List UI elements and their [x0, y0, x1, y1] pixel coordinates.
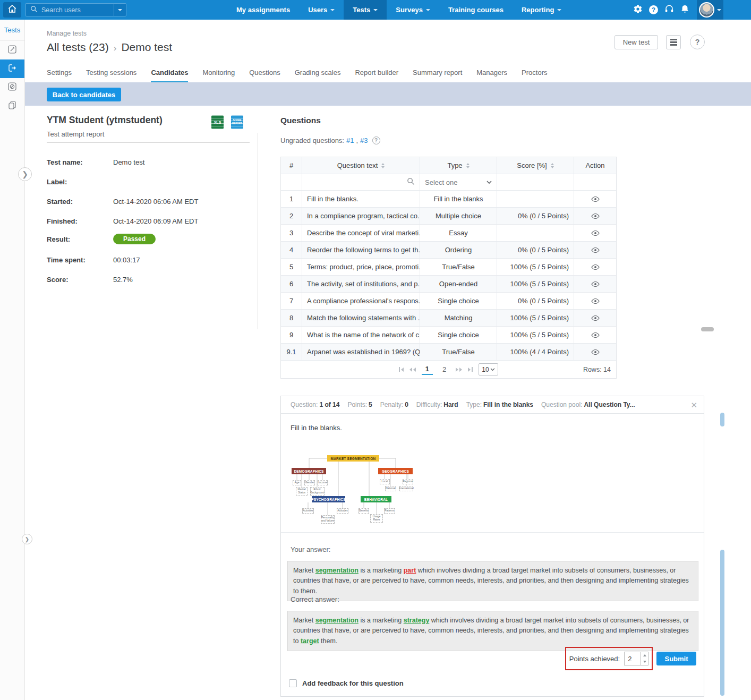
menu-training-courses[interactable]: Training courses [439, 0, 513, 20]
score-report-icon[interactable]: SCORE REPORT [231, 115, 243, 129]
stepper-up-icon[interactable] [641, 652, 648, 659]
view-question-button[interactable] [574, 208, 616, 224]
menu-surveys[interactable]: Surveys [387, 0, 439, 20]
ungraded-link-1[interactable]: #1 [346, 136, 354, 144]
view-question-button[interactable] [574, 344, 616, 360]
table-row[interactable]: 2In a compliance program, tactical co...… [281, 208, 616, 225]
tab-testing-sessions[interactable]: Testing sessions [86, 69, 136, 82]
table-row[interactable]: 1Fill in the blanks.Fill in the blanks [281, 191, 616, 208]
sidebar-item-cancelled[interactable] [0, 78, 24, 97]
type-filter-select[interactable]: Select one [420, 174, 497, 190]
ungraded-link-2[interactable]: #3 [360, 136, 368, 144]
table-row[interactable]: 6The activity, set of institutions, and … [281, 276, 616, 293]
top-navbar: My assignments Users Tests Surveys Train… [0, 0, 751, 20]
menu-my-assignments[interactable]: My assignments [227, 0, 299, 20]
tab-grading-scales[interactable]: Grading scales [295, 69, 341, 82]
eye-icon [591, 315, 600, 321]
close-icon[interactable]: ✕ [690, 400, 697, 410]
view-question-button[interactable] [574, 242, 616, 258]
tab-managers[interactable]: Managers [476, 69, 507, 82]
diagram-psychographics: PSYCHOGRAPHICS [312, 496, 345, 502]
view-question-button[interactable] [574, 276, 616, 292]
view-question-button[interactable] [574, 293, 616, 309]
notifications-bell-icon[interactable] [680, 4, 689, 16]
sidebar-item-attempts[interactable] [0, 59, 24, 78]
table-row[interactable]: 9.1Arpanet was established in 1969? (Q..… [281, 344, 616, 361]
help-icon[interactable]: ? [649, 5, 658, 14]
market-segmentation-diagram: MARKET SEGMENTATION DEMOGRAPHICS GEOGRAP… [292, 454, 414, 526]
home-button[interactable] [3, 2, 21, 18]
chevron-down-icon [717, 9, 721, 11]
tab-proctors[interactable]: Proctors [522, 69, 547, 82]
list-menu-button[interactable] [666, 35, 681, 49]
support-headset-icon[interactable] [664, 4, 674, 16]
main-menu: My assignments Users Tests Surveys Train… [227, 0, 570, 20]
new-test-button[interactable]: New test [615, 35, 658, 49]
feedback-checkbox[interactable] [289, 679, 297, 687]
vertical-scrollbar-thumb[interactable] [720, 550, 724, 696]
tab-questions[interactable]: Questions [249, 69, 280, 82]
status-badge-passed: Passed [113, 234, 156, 244]
panel-collapse-button[interactable]: ❯ [18, 167, 32, 181]
chevron-down-icon [373, 9, 378, 11]
hamburger-icon [670, 39, 677, 40]
sidebar-item-edit[interactable] [0, 41, 24, 59]
table-row[interactable]: 8Match the following statements with ...… [281, 310, 616, 327]
page-help-button[interactable]: ? [690, 35, 705, 49]
tab-summary-report[interactable]: Summary report [413, 69, 462, 82]
current-test-name: Demo test [121, 41, 172, 53]
previous-page-button[interactable] [409, 368, 416, 372]
tab-candidates[interactable]: Candidates [151, 69, 188, 82]
table-row[interactable]: 4Reorder the following terms to get th..… [281, 242, 616, 259]
points-input[interactable] [625, 652, 641, 665]
breadcrumb-all-tests-link[interactable]: All tests (23) [47, 41, 109, 53]
view-question-button[interactable] [574, 327, 616, 343]
submit-button[interactable]: Submit [656, 652, 696, 665]
your-answer-label: Your answer: [291, 545, 330, 553]
student-name: YTM Student (ytmstudent) [47, 115, 163, 126]
next-page-button[interactable] [456, 368, 462, 372]
table-row[interactable]: 7A compliance professional's respons...S… [281, 293, 616, 310]
tab-monitoring[interactable]: Monitoring [202, 69, 235, 82]
first-page-button[interactable] [399, 367, 404, 372]
profile-menu[interactable] [697, 0, 723, 20]
last-page-button[interactable] [468, 367, 473, 372]
settings-gear-icon[interactable] [633, 4, 643, 16]
stepper-down-icon[interactable] [641, 659, 648, 665]
back-to-candidates-button[interactable]: Back to candidates [47, 88, 121, 101]
search-input[interactable] [41, 6, 104, 14]
menu-users[interactable]: Users [299, 0, 344, 20]
menu-tests[interactable]: Tests [344, 0, 387, 20]
horizontal-scrollbar-thumb[interactable] [701, 327, 714, 331]
page-1[interactable]: 1 [422, 364, 433, 375]
vertical-scrollbar-thumb[interactable] [720, 413, 724, 426]
tab-settings[interactable]: Settings [47, 69, 72, 82]
tab-report-builder[interactable]: Report builder [355, 69, 398, 82]
question-text-filter[interactable] [302, 174, 420, 190]
view-question-button[interactable] [574, 259, 616, 275]
view-question-button[interactable] [574, 191, 616, 207]
sort-icon [551, 163, 554, 168]
table-row[interactable]: 3Describe the concept of viral marketi..… [281, 225, 616, 242]
points-input-wrap [624, 652, 648, 665]
correct-word: target [301, 637, 319, 645]
sidebar-item-archive[interactable] [0, 97, 24, 115]
col-question-text[interactable]: Question text [302, 157, 420, 174]
search-scope-dropdown[interactable] [114, 3, 126, 16]
feedback-toggle[interactable]: Add feedback for this question [289, 679, 404, 687]
col-type[interactable]: Type [420, 157, 497, 174]
page-2[interactable]: 2 [439, 364, 450, 374]
table-row[interactable]: 9What is the name of the network of c...… [281, 327, 616, 344]
col-score[interactable]: Score [%] [497, 157, 574, 174]
export-xls-icon[interactable]: XLS [211, 115, 224, 129]
table-row[interactable]: 5Terms: product, price, place, promoti..… [281, 259, 616, 276]
panel-collapse-button-lower[interactable]: ❯ [22, 534, 32, 544]
menu-reporting[interactable]: Reporting [513, 0, 570, 20]
tooltip-question-icon[interactable]: ? [372, 136, 380, 144]
action-band [25, 82, 751, 106]
view-question-button[interactable] [574, 225, 616, 241]
view-question-button[interactable] [574, 310, 616, 326]
diagram-benefits: Benefits [359, 508, 369, 514]
diagram-demographics: DEMOGRAPHICS [292, 468, 326, 474]
page-size-select[interactable]: 10 [479, 363, 498, 375]
